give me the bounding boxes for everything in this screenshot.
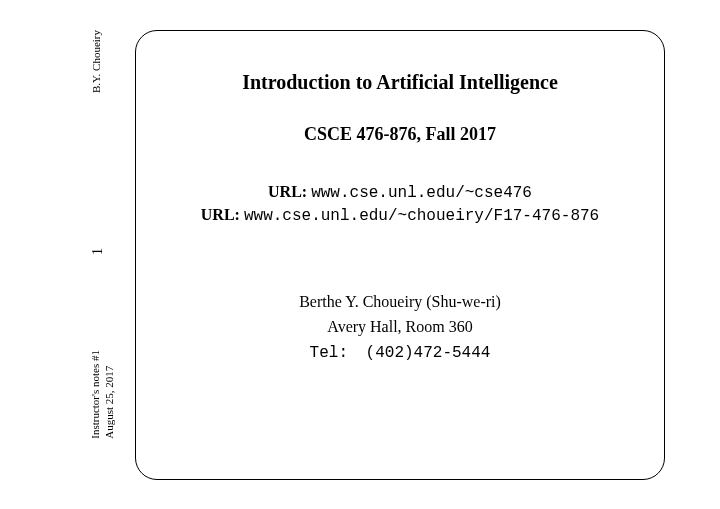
url-label: URL: <box>268 183 307 200</box>
instructor-name: Berthe Y. Choueiry (Shu-we-ri) <box>156 290 644 315</box>
url-2: www.cse.unl.edu/~choueiry/F17-476-876 <box>244 207 599 225</box>
page-number: 1 <box>90 248 106 255</box>
url-line-1: URL: www.cse.unl.edu/~cse476 <box>156 183 644 202</box>
course-code: CSCE 476-876, Fall 2017 <box>156 124 644 145</box>
url-block: URL: www.cse.unl.edu/~cse476 URL: www.cs… <box>156 183 644 225</box>
url-label: URL: <box>201 206 240 223</box>
tel-line: Tel: (402)472-5444 <box>156 340 644 366</box>
footer-notes: Instructor's notes #1 <box>89 350 101 439</box>
tel-value: (402)472-5444 <box>366 344 491 362</box>
tel-label: Tel: <box>310 344 348 362</box>
instructor-office: Avery Hall, Room 360 <box>156 315 644 340</box>
instructor-block: Berthe Y. Choueiry (Shu-we-ri) Avery Hal… <box>156 290 644 365</box>
sidebar-author: B.Y. Choueiry <box>90 30 102 93</box>
sidebar-footer: Instructor's notes #1 August 25, 2017 <box>88 350 117 439</box>
url-1: www.cse.unl.edu/~cse476 <box>311 184 532 202</box>
slide-title: Introduction to Artificial Intelligence <box>156 71 644 94</box>
slide-frame: Introduction to Artificial Intelligence … <box>135 30 665 480</box>
footer-date: August 25, 2017 <box>103 366 115 439</box>
url-line-2: URL: www.cse.unl.edu/~choueiry/F17-476-8… <box>156 206 644 225</box>
